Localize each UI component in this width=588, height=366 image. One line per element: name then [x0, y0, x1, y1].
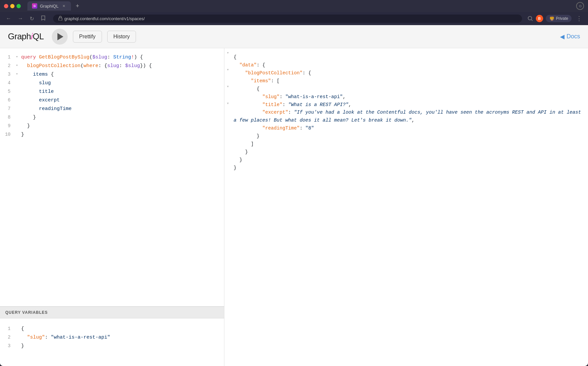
code-line-4: 4 slug: [0, 79, 224, 88]
lock-icon: [58, 16, 62, 21]
graphiql-logo: GraphiQL: [8, 31, 44, 42]
tab-bar: G GraphiQL ✕ +: [27, 1, 573, 11]
result-pane: ▾ ▾ ▾ ▾ { "data": { "blogPostCollection"…: [224, 48, 588, 366]
query-editor[interactable]: 1 ▾ query GetBlogPostBySlug($slug: Strin…: [0, 48, 224, 307]
editor-pane: 1 ▾ query GetBlogPostBySlug($slug: Strin…: [0, 48, 224, 366]
query-code: 1 ▾ query GetBlogPostBySlug($slug: Strin…: [0, 48, 224, 145]
result-content: { "data": { "blogPostCollection": { "ite…: [224, 48, 588, 366]
code-line-10: 10 }: [0, 131, 224, 139]
active-tab[interactable]: G GraphiQL ✕: [27, 1, 71, 11]
brave-shield-icon[interactable]: B: [536, 15, 543, 22]
address-bar[interactable]: graphql.contentful.com/content/v1/spaces…: [53, 15, 522, 23]
code-line-1: 1 ▾ query GetBlogPostBySlug($slug: Strin…: [0, 54, 224, 62]
code-line-5: 5 title: [0, 88, 224, 96]
variables-code: 1 { 2 "slug": "what-is-a-rest-api" 3: [0, 322, 224, 354]
close-button[interactable]: [4, 4, 8, 8]
nav-bar: ← → ↻ graphql.contentful.com/content/v1/…: [0, 12, 588, 25]
svg-line-2: [531, 20, 533, 21]
run-button[interactable]: [52, 29, 68, 45]
url-text: graphql.contentful.com/content/v1/spaces…: [64, 16, 145, 21]
result-scrollbar: ▾ ▾ ▾ ▾: [224, 48, 231, 366]
code-line-2: 2 ▾ blogPostCollection(where: {slug: $sl…: [0, 62, 224, 71]
code-line-6: 6 excerpt: [0, 96, 224, 105]
forward-button[interactable]: →: [16, 14, 25, 23]
graphiql-main: 1 ▾ query GetBlogPostBySlug($slug: Strin…: [0, 48, 588, 366]
svg-rect-0: [59, 18, 62, 20]
code-line-9: 9 }: [0, 122, 224, 131]
browser-window: G GraphiQL ✕ + ⊙ ← → ↻ graphql.contentfu…: [0, 0, 588, 366]
tab-favicon: G: [32, 3, 37, 9]
traffic-lights: [4, 4, 21, 8]
graphiql-toolbar: GraphiQL Prettify History ◀ Docs: [0, 25, 588, 48]
title-bar: G GraphiQL ✕ + ⊙: [0, 0, 588, 12]
tab-title: GraphiQL: [40, 4, 58, 9]
window-settings-icon: ⊙: [576, 2, 584, 10]
prettify-button[interactable]: Prettify: [73, 31, 102, 43]
graphiql-app: GraphiQL Prettify History ◀ Docs 1: [0, 25, 588, 366]
var-line-1: 1 {: [0, 325, 224, 334]
svg-point-1: [528, 17, 532, 20]
var-line-3: 3 }: [0, 342, 224, 351]
new-tab-button[interactable]: +: [74, 2, 81, 10]
code-line-8: 8 }: [0, 114, 224, 122]
tab-close-button[interactable]: ✕: [61, 3, 66, 9]
search-icon[interactable]: [527, 16, 533, 21]
maximize-button[interactable]: [16, 4, 21, 8]
var-line-2: 2 "slug": "what-is-a-rest-api": [0, 334, 224, 342]
docs-label: Docs: [567, 33, 580, 40]
back-button[interactable]: ←: [4, 14, 13, 23]
private-badge: 🦁 Private: [546, 15, 572, 22]
code-line-3: 3 ▾ items {: [0, 71, 224, 79]
variables-editor[interactable]: 1 { 2 "slug": "what-is-a-rest-api" 3: [0, 318, 224, 366]
minimize-button[interactable]: [10, 4, 15, 8]
variables-header: QUERY VARIABLES: [0, 307, 224, 318]
history-button[interactable]: History: [107, 31, 136, 43]
variables-panel: QUERY VARIABLES 1 { 2 "slug: [0, 307, 224, 366]
bookmark-button[interactable]: [39, 14, 48, 23]
browser-menu-button[interactable]: ⋮: [574, 14, 584, 23]
refresh-button[interactable]: ↻: [28, 14, 36, 23]
code-line-7: 7 readingTime: [0, 105, 224, 114]
docs-button[interactable]: ◀ Docs: [560, 33, 580, 40]
